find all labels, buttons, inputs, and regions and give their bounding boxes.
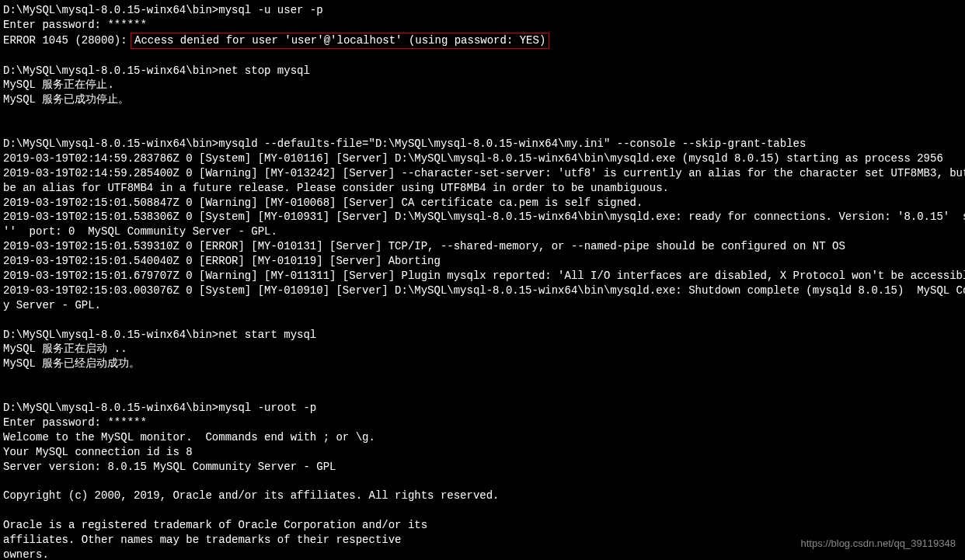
terminal-line: D:\MySQL\mysql-8.0.15-winx64\bin>mysql -… bbox=[3, 401, 962, 416]
terminal-line: D:\MySQL\mysql-8.0.15-winx64\bin>mysql -… bbox=[3, 3, 962, 18]
terminal-output[interactable]: D:\MySQL\mysql-8.0.15-winx64\bin>mysql -… bbox=[3, 3, 962, 560]
terminal-line: Enter password: ****** bbox=[3, 416, 962, 430]
terminal-line: Copyright (c) 2000, 2019, Oracle and/or … bbox=[3, 489, 962, 503]
terminal-line: Enter password: ****** bbox=[3, 18, 962, 33]
terminal-line bbox=[3, 313, 962, 328]
terminal-line: y Server - GPL. bbox=[3, 298, 962, 313]
terminal-line: be an alias for UTF8MB4 in a future rele… bbox=[3, 181, 962, 196]
terminal-line: ERROR 1045 (28000): Access denied for us… bbox=[3, 33, 962, 49]
terminal-line bbox=[3, 107, 962, 122]
terminal-line: 2019-03-19T02:15:01.538306Z 0 [System] [… bbox=[3, 210, 962, 224]
terminal-line bbox=[3, 386, 962, 401]
terminal-line bbox=[3, 503, 962, 518]
terminal-line: 2019-03-19T02:14:59.283786Z 0 [System] [… bbox=[3, 151, 962, 166]
terminal-line: D:\MySQL\mysql-8.0.15-winx64\bin>net sto… bbox=[3, 64, 962, 78]
terminal-line: 2019-03-19T02:14:59.285400Z 0 [Warning] … bbox=[3, 166, 962, 181]
terminal-line: Your MySQL connection id is 8 bbox=[3, 445, 962, 460]
terminal-line: Oracle is a registered trademark of Orac… bbox=[3, 518, 962, 533]
terminal-line: MySQL 服务已成功停止。 bbox=[3, 92, 962, 107]
terminal-line: MySQL 服务正在启动 .. bbox=[3, 342, 962, 357]
terminal-line: MySQL 服务已经启动成功。 bbox=[3, 357, 962, 371]
terminal-line: D:\MySQL\mysql-8.0.15-winx64\bin>net sta… bbox=[3, 328, 962, 343]
error-highlight: Access denied for user 'user'@'localhost… bbox=[131, 33, 549, 49]
watermark-text: https://blog.csdn.net/qq_39119348 bbox=[801, 537, 956, 551]
terminal-line: Server version: 8.0.15 MySQL Community S… bbox=[3, 460, 962, 475]
terminal-line: 2019-03-19T02:15:01.508847Z 0 [Warning] … bbox=[3, 196, 962, 210]
terminal-line bbox=[3, 475, 962, 489]
terminal-line: Welcome to the MySQL monitor. Commands e… bbox=[3, 430, 962, 445]
terminal-line bbox=[3, 122, 962, 137]
terminal-line bbox=[3, 371, 962, 386]
terminal-line: 2019-03-19T02:15:01.540040Z 0 [ERROR] [M… bbox=[3, 254, 962, 269]
terminal-line bbox=[3, 49, 962, 64]
terminal-line: D:\MySQL\mysql-8.0.15-winx64\bin>mysqld … bbox=[3, 137, 962, 151]
terminal-line: 2019-03-19T02:15:01.679707Z 0 [Warning] … bbox=[3, 269, 962, 283]
terminal-line: 2019-03-19T02:15:03.003076Z 0 [System] [… bbox=[3, 283, 962, 298]
terminal-line: '' port: 0 MySQL Community Server - GPL. bbox=[3, 224, 962, 239]
terminal-line: MySQL 服务正在停止. bbox=[3, 78, 962, 92]
terminal-line: 2019-03-19T02:15:01.539310Z 0 [ERROR] [M… bbox=[3, 239, 962, 254]
